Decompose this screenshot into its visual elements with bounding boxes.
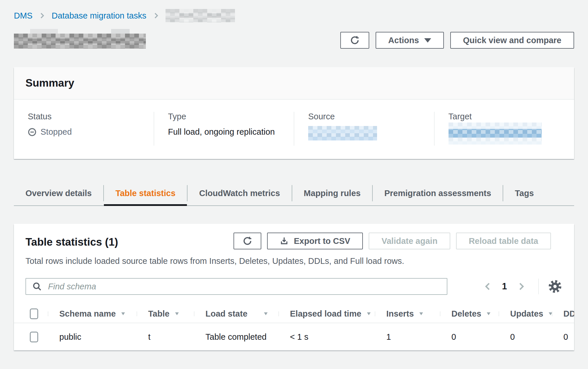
tab-premigration-assessments[interactable]: Premigration assessments [373, 181, 503, 205]
search-icon [32, 282, 42, 291]
dms-task-page: DMS Database migration tasks Actions [0, 0, 588, 350]
current-page-number[interactable]: 1 [502, 281, 507, 292]
tab-overview-details[interactable]: Overview details [14, 181, 103, 205]
page-header: Actions Quick view and compare [14, 32, 574, 49]
search-row: 1 [14, 278, 574, 295]
summary-field-status: Status Stopped [14, 112, 154, 146]
quick-view-compare-button[interactable]: Quick view and compare [450, 32, 574, 49]
summary-card-header: Summary [14, 67, 574, 100]
sort-caret-icon[interactable] [418, 311, 424, 316]
column-header-table[interactable]: Table [137, 309, 194, 319]
summary-body: Status Stopped Type Full load, ongoing r… [14, 100, 574, 159]
table-statistics-table: Schema name Table Load state [14, 305, 574, 350]
refresh-icon [350, 36, 359, 45]
type-label: Type [168, 112, 294, 121]
settings-gear-button[interactable] [547, 279, 563, 294]
column-header-schema-name[interactable]: Schema name [48, 309, 137, 319]
table-header-row: Schema name Table Load state [14, 305, 574, 323]
sort-caret-icon[interactable] [486, 311, 491, 316]
breadcrumb-link-tasks[interactable]: Database migration tasks [52, 11, 146, 21]
table-statistics-description: Total rows include loaded source table r… [14, 256, 574, 266]
minus-circle-icon [28, 128, 36, 136]
column-header-inserts[interactable]: Inserts [375, 309, 440, 319]
refresh-icon [243, 236, 252, 246]
summary-title: Summary [25, 77, 563, 89]
cell-table: t [137, 332, 194, 342]
source-label: Source [308, 112, 434, 121]
sort-caret-icon[interactable] [174, 311, 180, 316]
export-to-csv-label: Export to CSV [294, 236, 350, 246]
summary-field-source: Source [294, 112, 434, 146]
reload-table-data-button[interactable]: Reload table data [456, 233, 551, 249]
cell-inserts: 1 [375, 332, 440, 342]
actions-button[interactable]: Actions [376, 32, 444, 49]
tab-mapping-rules[interactable]: Mapping rules [292, 181, 372, 205]
pager-divider [538, 279, 539, 294]
next-page-button[interactable] [514, 280, 528, 293]
breadcrumb: DMS Database migration tasks [14, 9, 574, 23]
gear-icon [548, 280, 562, 293]
cell-ddls: 0 [552, 332, 574, 342]
column-header-ddls[interactable]: DDLs [552, 309, 574, 319]
target-value-redacted [449, 123, 542, 145]
validate-again-button[interactable]: Validate again [369, 233, 450, 249]
chevron-right-icon [152, 12, 160, 19]
tab-table-statistics[interactable]: Table statistics [104, 181, 187, 205]
status-value: Stopped [28, 127, 154, 137]
column-header-deletes[interactable]: Deletes [440, 309, 499, 319]
column-header-elapsed-load-time[interactable]: Elapsed load time [278, 309, 375, 319]
page-title-redacted [14, 34, 146, 49]
type-value: Full load, ongoing replication [168, 127, 294, 137]
cell-load-state: Table completed [194, 332, 278, 342]
table-statistics-card: Table statistics (1) [14, 224, 574, 350]
tab-bar: Overview details Table statistics CloudW… [14, 181, 574, 206]
tab-cloudwatch-metrics[interactable]: CloudWatch metrics [188, 181, 291, 205]
table-row[interactable]: public t Table completed < 1 s 1 0 0 0 [14, 323, 574, 350]
breadcrumb-link-dms[interactable]: DMS [14, 11, 32, 21]
target-label: Target [449, 112, 574, 121]
cell-elapsed-load-time: < 1 s [278, 332, 375, 342]
sort-caret-icon[interactable] [120, 311, 126, 316]
status-label: Status [28, 112, 154, 121]
column-header-updates[interactable]: Updates [499, 309, 552, 319]
sort-caret-icon[interactable] [366, 311, 372, 316]
summary-field-type: Type Full load, ongoing replication [154, 112, 294, 146]
find-schema-input[interactable] [25, 278, 447, 295]
row-select-cell [14, 332, 48, 342]
sort-caret-icon[interactable] [263, 311, 269, 316]
actions-button-label: Actions [388, 36, 419, 45]
table-statistics-title: Table statistics (1) [25, 236, 118, 248]
header-buttons: Actions Quick view and compare [340, 32, 574, 49]
pagination: 1 [481, 279, 563, 294]
schema-search [25, 278, 447, 295]
export-to-csv-button[interactable]: Export to CSV [267, 233, 363, 249]
breadcrumb-redacted-task-name [166, 9, 235, 22]
quick-view-compare-label: Quick view and compare [463, 36, 561, 45]
cell-deletes: 0 [440, 332, 499, 342]
summary-field-target: Target [434, 112, 574, 146]
summary-card: Summary Status Stopped Type Full load, o… [14, 67, 574, 159]
table-refresh-button[interactable] [234, 233, 261, 249]
previous-page-button[interactable] [481, 280, 495, 293]
select-all-checkbox[interactable] [30, 308, 38, 319]
table-statistics-buttons: Export to CSV Validate again Reload tabl… [234, 233, 551, 249]
tab-tags[interactable]: Tags [503, 181, 545, 205]
table-statistics-header: Table statistics (1) [14, 224, 574, 249]
row-checkbox[interactable] [30, 332, 38, 342]
chevron-right-icon [38, 12, 46, 19]
column-header-load-state[interactable]: Load state [194, 309, 278, 319]
select-all-cell [14, 308, 48, 319]
cell-updates: 0 [499, 332, 552, 342]
cell-schema-name: public [48, 332, 137, 342]
download-icon [280, 237, 289, 245]
chevron-down-icon [424, 38, 431, 43]
source-value-redacted [308, 126, 377, 140]
refresh-button[interactable] [340, 32, 369, 49]
